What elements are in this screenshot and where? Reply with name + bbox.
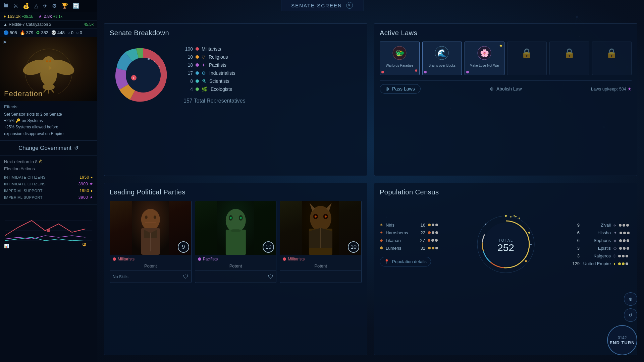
religious-dot (196, 55, 199, 59)
refresh-icon[interactable]: 🔄 (73, 3, 79, 9)
bottom-right-buttons: ⊕ ↺ (624, 292, 637, 322)
brains-svg: 🌊 (434, 46, 449, 61)
gold-amount: 163.1k (7, 14, 20, 19)
end-turn-button[interactable]: 0142 END TURN (607, 325, 637, 355)
action-row-1[interactable]: INTIMIDATE CITIZENS 1950 ● (4, 174, 93, 181)
influence-amount: 2.8k (44, 14, 52, 19)
party-1-skills-label: No Skills (113, 275, 128, 279)
action-1-label: INTIMIDATE CITIZENS (4, 175, 46, 179)
reidite-row: ▲ Reidite-7 Catalyzation 2 45.5k (0, 21, 97, 28)
status-zero1: ○ 0 (67, 30, 73, 35)
close-button[interactable]: × (346, 2, 353, 9)
economy-icon[interactable]: 💰 (23, 3, 30, 9)
recycle-val: 382 (41, 30, 48, 35)
fire-icon: 🔥 (20, 30, 25, 35)
action-3-gold-icon: ● (91, 189, 93, 193)
population-details-button[interactable]: 📍 Population details (380, 257, 431, 266)
lumeris-dot-2 (432, 247, 434, 249)
haroshems-icon: ✦ (380, 230, 383, 235)
makelove-faction-dot (466, 71, 469, 73)
ue-dots (618, 262, 628, 265)
laws-footer: ⊕ Pass Laws ⊗ Abolish Law Laws upkeep: 5… (380, 80, 632, 94)
niris-dots (428, 224, 438, 226)
svg-text:252: 252 (497, 242, 514, 253)
victory-icon[interactable]: 🏆 (61, 3, 68, 9)
party-2-skills: 🛡 (195, 270, 276, 283)
party-3-strength: Potent (280, 263, 361, 270)
law-card-brains[interactable]: 🌊 Brains over Bucks (422, 42, 462, 75)
status-blue: 🔵 505 (3, 30, 17, 35)
popularity-chart: 🔱 (4, 207, 93, 247)
law-card-locked-2: 🔒 (549, 42, 589, 75)
zero2-icon: ○ (76, 30, 79, 35)
parties-panel: Leading Political Parties (104, 183, 367, 355)
star-badge: ★ (499, 43, 503, 48)
svg-point-74 (528, 232, 530, 234)
faction-name: Federation (4, 89, 43, 98)
action-row-3[interactable]: IMPERIAL SUPPORT 1950 ● (4, 187, 93, 194)
turn-number: 0142 (618, 336, 627, 340)
pass-laws-button[interactable]: ⊕ Pass Laws (380, 84, 421, 94)
donut-container: ✦ 100 Militarists 10 ▽ (110, 42, 362, 109)
pass-law-plus: ⊕ (385, 86, 389, 92)
hissho-icon: ✦ (613, 231, 617, 235)
science-icon[interactable]: △ (34, 3, 38, 9)
census-united-empire: 129 United Empire ♦ (571, 261, 632, 266)
svg-point-78 (510, 216, 512, 218)
warlords-target: ● (415, 67, 418, 73)
abolish-x-icon: ⊗ (490, 86, 494, 92)
change-govt-label: Change Government (18, 145, 71, 152)
active-laws-panel: Active Laws 🐲 Warlords Paradise ● (374, 23, 637, 176)
mini-button-2[interactable]: ↺ (624, 308, 637, 322)
law-card-makelove[interactable]: ★ 🌸 Make Love Not War (465, 42, 504, 75)
haroshems-dot-3 (435, 231, 438, 234)
settings-icon[interactable]: ⚙ (52, 3, 57, 9)
party-card-3[interactable]: 10 Militarists Potent (280, 201, 362, 283)
scientists-icon: ⚗ (202, 78, 206, 84)
mini-button-1[interactable]: ⊕ (624, 292, 637, 306)
census-hissho: 6 Hissho ✦ (571, 230, 632, 235)
sophons-icon: ◈ (613, 238, 616, 243)
war-icon[interactable]: ⚔ (13, 3, 18, 9)
brains-name: Brains over Bucks (428, 63, 455, 68)
action-2-amount: 3900 (78, 182, 88, 186)
change-government-button[interactable]: Change Government ↺ (0, 141, 97, 156)
party-1-dot (113, 257, 116, 261)
election-actions-label: Election Actions (4, 166, 93, 171)
svg-point-63 (325, 216, 327, 218)
census-lumeris: ✱ Lumeris 31 (380, 246, 440, 251)
zero2-val: 0 (80, 30, 82, 35)
population-details-label: Population details (392, 259, 427, 264)
zvali-icon: ⟡ (613, 223, 616, 228)
total-representatives: 157 Total Representatives (183, 98, 246, 104)
tikanan-dot-1 (428, 239, 430, 242)
census-left: ✶ Niris 16 ✦ Haroshems 22 (380, 223, 440, 266)
fleet-icon[interactable]: ✈ (43, 3, 47, 9)
haroshems-dot-2 (432, 231, 434, 234)
party-card-1[interactable]: 9 Militarists Potent No Skills 🛡 (110, 201, 192, 283)
kalgeros-dots (618, 255, 628, 257)
party-3-rank: 10 (348, 241, 359, 253)
parties-title: Leading Political Parties (110, 188, 362, 196)
tikanan-dot-2 (431, 239, 434, 242)
law-card-warlords[interactable]: 🐲 Warlords Paradise ● (380, 42, 420, 75)
faction-info-icon: ⚑ (3, 40, 7, 45)
party-card-2[interactable]: 10 Pacifists Potent 🛡 (195, 201, 277, 283)
status-zero2: ○ 0 (76, 30, 82, 35)
census-epistis: 3 Epistis ◇ (571, 246, 632, 251)
city-icon[interactable]: 🏛 (3, 3, 9, 9)
action-row-4[interactable]: IMPERIAL SUPPORT 3900 ★ (4, 194, 93, 201)
abolish-law-button[interactable]: ⊗ Abolish Law (490, 86, 522, 92)
legend-ecologists: 4 🌿 Ecologists (183, 86, 246, 92)
tikanan-dots (428, 239, 438, 242)
hissho-dots (620, 232, 630, 234)
action-4-influence-icon: ★ (90, 195, 93, 199)
census-tikanan: ◆ Tikanan 27 (380, 238, 440, 243)
legend-scientists: 8 ⚗ Scientists (183, 78, 246, 84)
census-niris: ✶ Niris 16 (380, 223, 440, 228)
svg-point-32 (159, 66, 160, 67)
svg-point-76 (485, 224, 486, 225)
makelove-name: Make Love Not War (470, 63, 499, 68)
svg-point-31 (154, 61, 155, 62)
action-row-2[interactable]: INTIMIDATE CITIZENS 3900 ★ (4, 181, 93, 187)
